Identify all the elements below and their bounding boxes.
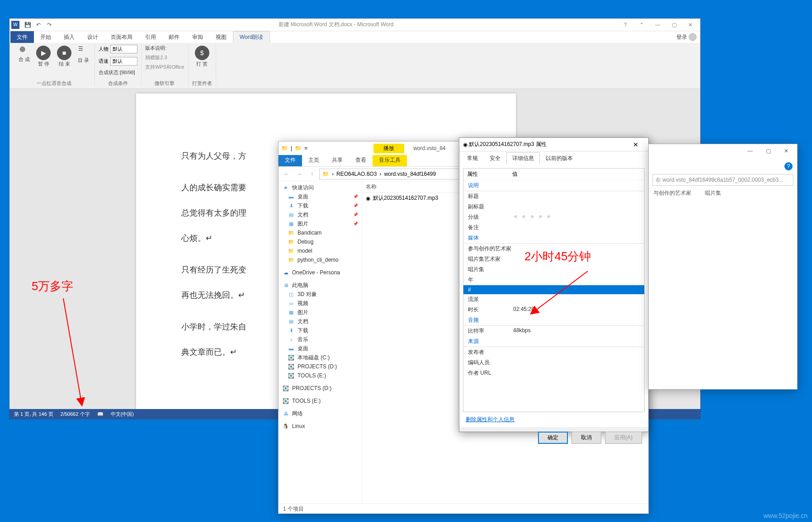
- help-icon[interactable]: ?: [617, 19, 633, 31]
- sidebar-item-pictures[interactable]: ▦图片: [279, 308, 362, 317]
- folder-icon: 📁: [288, 229, 295, 236]
- end-button[interactable]: ■结 束: [55, 45, 73, 67]
- cancel-button[interactable]: 取消: [571, 432, 601, 444]
- sidebar-item-thispc[interactable]: 🖥此电脑: [279, 281, 362, 290]
- tab-home[interactable]: 开始: [34, 31, 57, 43]
- sidebar-item-downloads[interactable]: ⬇下载📌: [279, 201, 362, 210]
- reward-button[interactable]: $打 赏: [193, 45, 211, 67]
- remove-properties-link[interactable]: 删除属性和个人信息: [459, 412, 648, 427]
- sidebar-item-folder[interactable]: 📁Bandicam: [279, 228, 362, 237]
- language-indicator[interactable]: 中文(中国): [111, 411, 134, 418]
- tab-file[interactable]: 文件: [10, 31, 34, 43]
- sidebar-item-quick[interactable]: ★快速访问: [279, 183, 362, 192]
- document-icon: ▤: [288, 211, 295, 218]
- play-icon: ▶: [36, 46, 51, 60]
- network-icon: 🖧: [282, 410, 289, 417]
- picture-icon: ▦: [288, 309, 295, 316]
- close-button[interactable]: ✕: [627, 141, 645, 148]
- undo-icon[interactable]: ↶: [33, 20, 43, 30]
- rating-stars[interactable]: ★ ★ ★ ★ ★: [513, 213, 552, 221]
- explorer-title: word.vsto_84: [413, 145, 445, 151]
- sidebar-item-desktop[interactable]: ▬桌面📌: [279, 192, 362, 201]
- desktop-icon: ▬: [288, 345, 295, 352]
- up-button[interactable]: ↑: [307, 169, 317, 179]
- maximize-icon[interactable]: ▢: [666, 19, 682, 31]
- sidebar-item-linux[interactable]: 🐧Linux: [279, 422, 362, 431]
- sidebar-item-folder[interactable]: 📁python_cli_demo: [279, 255, 362, 264]
- sidebar-item-network[interactable]: 🖧网络: [279, 409, 362, 418]
- word-count[interactable]: 2/50662 个字: [61, 411, 90, 418]
- sidebar-item-documents[interactable]: ▤文档📌: [279, 210, 362, 219]
- tab-insert[interactable]: 插入: [57, 31, 81, 43]
- sidebar-item-disk[interactable]: 💽本地磁盘 (C:): [279, 353, 362, 362]
- sidebar-item-disk[interactable]: 💽TOOLS (E:): [279, 371, 362, 380]
- sidebar-item-disk[interactable]: 💽PROJECTS (D:): [279, 362, 362, 371]
- close-icon[interactable]: ✕: [777, 145, 795, 157]
- tab-view[interactable]: 视图: [209, 31, 233, 43]
- tab-review[interactable]: 审阅: [186, 31, 209, 43]
- save-icon[interactable]: 💾: [23, 20, 33, 30]
- tab-details[interactable]: 详细信息: [506, 152, 540, 165]
- search-results-window: — ▢ ✕ ? 在 word.vsto_84df16499c8a1b57_000…: [648, 144, 798, 390]
- user-login[interactable]: 登录: [676, 33, 700, 41]
- close-icon[interactable]: ✕: [682, 19, 699, 31]
- pc-icon: 🖥: [282, 282, 289, 289]
- help-icon[interactable]: ?: [784, 162, 793, 170]
- column-name[interactable]: 名称: [366, 183, 377, 191]
- page-indicator[interactable]: 第 1 页, 共 146 页: [14, 411, 53, 418]
- prop-row: 比特率48kbps: [463, 326, 644, 336]
- group-label: 微软引擎: [155, 80, 175, 87]
- sidebar-item-videos[interactable]: ▭视频: [279, 299, 362, 308]
- exp-tab-home[interactable]: 主页: [302, 155, 326, 166]
- tab-general[interactable]: 常规: [461, 152, 484, 165]
- synth-button[interactable]: ⬤合 成: [17, 45, 32, 63]
- ribbon-options-icon[interactable]: ⌃: [633, 19, 650, 31]
- sidebar-item-folder[interactable]: 📁model: [279, 246, 362, 255]
- exp-tab-view[interactable]: 查看: [349, 155, 373, 166]
- tab-previous[interactable]: 以前的版本: [540, 152, 579, 165]
- speed-select[interactable]: 默认: [110, 57, 137, 66]
- tab-design[interactable]: 设计: [81, 31, 104, 43]
- sidebar-item-music[interactable]: ♪音乐: [279, 335, 362, 344]
- proofing-icon[interactable]: 📖: [97, 411, 104, 417]
- sidebar-item-3d[interactable]: ◫3D 对象: [279, 290, 362, 299]
- redo-icon[interactable]: ↷: [44, 20, 54, 30]
- pause-button[interactable]: ▶暂 停: [34, 45, 52, 67]
- prop-row: 备注: [463, 222, 644, 233]
- properties-list[interactable]: 属性值 说明 标题 副标题 分级★ ★ ★ ★ ★ 备注 媒体 参与创作的艺术家…: [463, 168, 645, 412]
- voice-select[interactable]: 默认: [110, 45, 137, 53]
- tab-layout[interactable]: 页面布局: [104, 31, 139, 43]
- annotation-right: 2小时45分钟: [524, 249, 591, 264]
- minimize-icon[interactable]: —: [650, 19, 666, 31]
- maximize-icon[interactable]: ▢: [759, 145, 777, 157]
- back-button[interactable]: ←: [281, 169, 292, 179]
- linux-icon: 🐧: [282, 423, 289, 430]
- forward-button[interactable]: →: [294, 169, 305, 179]
- sidebar-item-disk[interactable]: 💽TOOLS (E:): [279, 396, 362, 405]
- properties-tabs: 常规 安全 详细信息 以前的版本: [459, 151, 648, 165]
- sidebar-item-disk[interactable]: 💽PROJECTS (D:): [279, 384, 362, 393]
- sidebar-item-folder[interactable]: 📁Debug: [279, 237, 362, 246]
- toc-button[interactable]: ☰目 录: [76, 45, 91, 64]
- exp-tab-file[interactable]: 文件: [279, 155, 302, 166]
- exp-tab-share[interactable]: 共享: [326, 155, 349, 166]
- search-columns: 与创作的艺术家 唱片集: [649, 188, 797, 199]
- synth-status: 合成状态:[98/98]: [99, 69, 135, 76]
- sidebar-item-downloads[interactable]: ⬇下载: [279, 326, 362, 335]
- exp-tab-music[interactable]: 音乐工具: [373, 155, 407, 166]
- file-name: 默认20230514162707.mp3: [373, 194, 438, 202]
- tab-word-read[interactable]: Word朗读: [233, 31, 270, 43]
- sidebar-item-onedrive[interactable]: ☁OneDrive - Persona: [279, 268, 362, 277]
- properties-titlebar: ◉ 默认20230514162707.mp3 属性 ✕: [459, 138, 648, 151]
- minimize-icon[interactable]: —: [741, 145, 759, 157]
- music-tools-tab[interactable]: 播放: [373, 144, 404, 153]
- sidebar-item-documents[interactable]: ▤文档: [279, 317, 362, 326]
- tab-mailings[interactable]: 邮件: [162, 31, 186, 43]
- apply-button[interactable]: 应用(A): [605, 432, 642, 444]
- ok-button[interactable]: 确定: [538, 432, 568, 444]
- sidebar-item-desktop[interactable]: ▬桌面: [279, 344, 362, 353]
- sidebar-item-pictures[interactable]: ▦图片📌: [279, 219, 362, 228]
- tab-references[interactable]: 引用: [139, 31, 162, 43]
- search-input[interactable]: 在 word.vsto_84df16499c8a1b57_0002.0003_e…: [652, 174, 793, 186]
- tab-security[interactable]: 安全: [484, 152, 506, 165]
